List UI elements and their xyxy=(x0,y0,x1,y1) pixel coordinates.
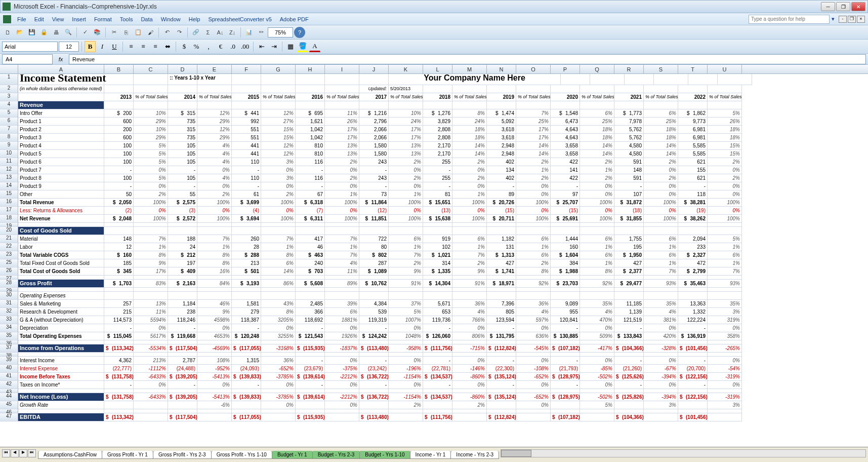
cell-value[interactable]: $1,862 xyxy=(678,109,708,118)
autosum-icon[interactable]: Σ xyxy=(202,27,214,38)
cell-pct[interactable]: 597% xyxy=(516,316,551,324)
mdi-minimize-button[interactable]: - xyxy=(839,16,847,23)
comma-button[interactable]: , xyxy=(203,41,214,52)
cell-value[interactable]: $(139,205) xyxy=(168,393,197,401)
cell-value[interactable]: 100 xyxy=(104,158,134,166)
cell-pct[interactable]: 0% xyxy=(580,381,614,389)
cell-pct[interactable]: 18% xyxy=(452,134,487,142)
row-header-35[interactable]: 35 xyxy=(0,332,18,340)
redo-icon[interactable]: ↷ xyxy=(174,27,185,38)
cell-pct[interactable]: 18% xyxy=(644,134,678,142)
chart-icon[interactable]: 📊 xyxy=(243,27,255,38)
cell-value[interactable]: 148 xyxy=(104,235,134,243)
cell-pct[interactable]: 100% xyxy=(708,215,742,223)
cell-pct[interactable]: 12% xyxy=(197,109,232,118)
row-header-6[interactable]: 6 xyxy=(0,118,18,126)
tab-next-button[interactable]: ▶ xyxy=(19,449,27,457)
cell-pct[interactable]: 1% xyxy=(644,243,678,251)
cell-pct[interactable]: -375% xyxy=(325,365,359,373)
font-color-button[interactable]: A xyxy=(309,41,320,52)
cell-pct[interactable]: 14% xyxy=(644,142,678,150)
row-header-29[interactable]: 29 xyxy=(0,288,18,292)
cell-value[interactable]: 1,139 xyxy=(614,308,644,316)
cell-pct[interactable]: 24% xyxy=(452,118,487,126)
cell-pct[interactable] xyxy=(580,413,614,421)
cell-value[interactable]: $(111,756) xyxy=(423,413,452,421)
cell-pct[interactable]: 18% xyxy=(580,134,614,142)
hyperlink-icon[interactable]: 🔗 xyxy=(190,27,201,38)
col-header-J[interactable]: J xyxy=(359,65,389,73)
cell-value[interactable]: 67 xyxy=(296,190,325,199)
cell-value[interactable]: $(128,975) xyxy=(551,373,580,381)
cell-pct[interactable]: 100% xyxy=(644,215,678,223)
cell-pct[interactable]: 0% xyxy=(134,182,168,190)
cell-pct[interactable]: 0% xyxy=(644,381,678,389)
cell-pct[interactable]: -6% xyxy=(197,401,232,409)
col-header-A[interactable]: A xyxy=(18,65,104,73)
cell-value[interactable]: - xyxy=(359,357,389,365)
cell-pct[interactable]: 100% xyxy=(389,215,423,223)
cell-value[interactable]: 539 xyxy=(359,308,389,316)
cell-pct[interactable]: 2% xyxy=(197,190,232,199)
cell-pct[interactable]: -652% xyxy=(261,365,296,373)
cell-value[interactable]: 600 xyxy=(104,134,134,142)
cell-value[interactable]: $10,762 xyxy=(359,280,389,288)
cell-value[interactable]: $212 xyxy=(168,251,197,259)
cell-value[interactable]: 722 xyxy=(359,235,389,243)
cell-pct[interactable]: 9% xyxy=(389,267,423,276)
cell-pct[interactable]: 100% xyxy=(325,199,359,207)
cell-pct[interactable]: 17% xyxy=(516,134,551,142)
cell-value[interactable]: $(139,833) xyxy=(232,373,261,381)
cell-pct[interactable]: 0% xyxy=(261,207,296,215)
cell-value[interactable]: - xyxy=(296,166,325,174)
cell-value[interactable]: 61 xyxy=(232,190,261,199)
cell-value[interactable]: 2,948 xyxy=(487,150,516,158)
cell-value[interactable]: 402 xyxy=(487,158,516,166)
row-header-37[interactable]: 37 xyxy=(0,344,18,353)
cell-pct[interactable]: 0% xyxy=(325,381,359,389)
row-header-21[interactable]: 21 xyxy=(0,235,18,243)
cell-pct[interactable]: 100% xyxy=(580,199,614,207)
euro-button[interactable]: € xyxy=(215,41,226,52)
sheet-tab-8[interactable]: Income - Yrs 2-3 xyxy=(450,451,499,459)
cell-value[interactable]: 233 xyxy=(678,243,708,251)
cell-pct[interactable]: 0% xyxy=(261,324,296,332)
cell-pct[interactable]: 2% xyxy=(325,174,359,182)
cell-value[interactable]: (23,242) xyxy=(359,365,389,373)
cell-pct[interactable]: 4% xyxy=(516,308,551,316)
cell-pct[interactable]: 100% xyxy=(197,199,232,207)
cell-pct[interactable]: 0% xyxy=(516,182,551,190)
cell-pct[interactable] xyxy=(516,413,551,421)
drawing-icon[interactable]: ✏ xyxy=(256,27,267,38)
cell-pct[interactable]: -4569% xyxy=(197,344,232,353)
cell-value[interactable]: $345 xyxy=(104,267,134,276)
cut-icon[interactable]: ✂ xyxy=(108,27,119,38)
cell-value[interactable]: $1,741 xyxy=(487,267,516,276)
cell-value[interactable]: $(139,833) xyxy=(232,393,261,401)
menu-spreadsheetconverter-v5[interactable]: SpreadsheetConverter v5 xyxy=(204,15,275,24)
cell-value[interactable]: $409 xyxy=(168,267,197,276)
cell-pct[interactable]: 15% xyxy=(261,134,296,142)
cell-pct[interactable]: 100% xyxy=(261,199,296,207)
cell-pct[interactable]: 18% xyxy=(644,126,678,134)
cell-value[interactable]: 114,573 xyxy=(104,316,134,324)
cell-value[interactable]: (22,777) xyxy=(104,365,134,373)
cell-pct[interactable]: 0% xyxy=(197,182,232,190)
cell-pct[interactable]: 93% xyxy=(708,280,742,288)
cell-pct[interactable]: -3785% xyxy=(261,373,296,381)
row-header-16[interactable]: 16 xyxy=(0,199,18,207)
cell-pct[interactable]: -652% xyxy=(516,393,551,401)
col-header-D[interactable]: D xyxy=(168,65,197,73)
cell-pct[interactable]: 16% xyxy=(197,267,232,276)
permission-icon[interactable]: 🔒 xyxy=(38,27,50,38)
cell-value[interactable]: - xyxy=(296,182,325,190)
cell-pct[interactable]: 470% xyxy=(580,316,614,324)
cell-pct[interactable]: 92% xyxy=(580,280,614,288)
cell-value[interactable]: - xyxy=(296,357,325,365)
cell-value[interactable]: $38,281 xyxy=(678,199,708,207)
cell-pct[interactable]: 0% xyxy=(644,166,678,174)
cell-pct[interactable]: -652% xyxy=(516,373,551,381)
cell-pct[interactable]: 0% xyxy=(389,324,423,332)
cell-pct[interactable]: -1837% xyxy=(325,344,359,353)
row-header-22[interactable]: 22 xyxy=(0,243,18,251)
